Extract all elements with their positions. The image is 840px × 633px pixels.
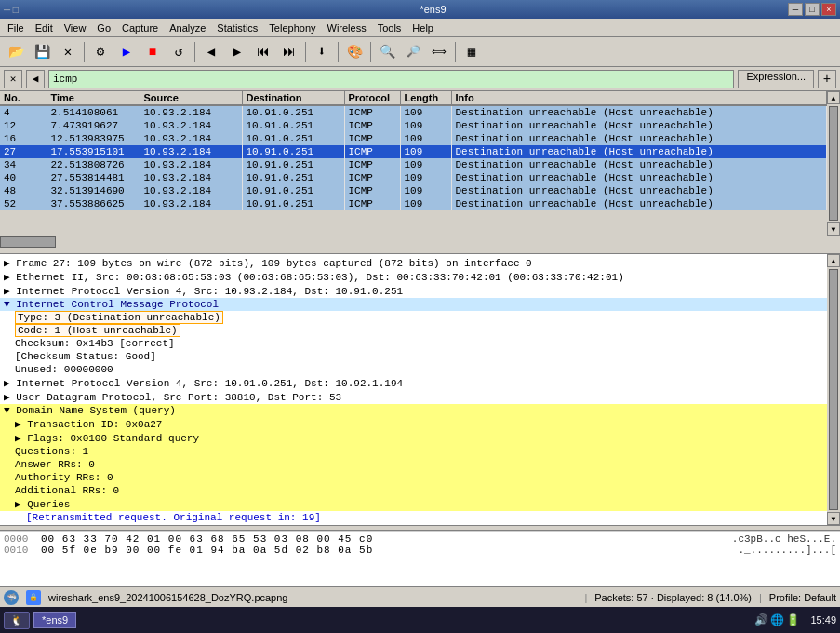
table-row[interactable]: 3422.51380872610.93.2.18410.91.0.251ICMP… — [0, 158, 827, 171]
go-back-button[interactable]: ◀ — [199, 40, 223, 64]
detail-row[interactable]: ▶ Internet Protocol Version 4, Src: 10.9… — [0, 376, 827, 390]
hscroll-thumb[interactable] — [0, 236, 56, 248]
menu-view[interactable]: View — [59, 21, 92, 34]
menu-go[interactable]: Go — [91, 21, 116, 34]
table-row[interactable]: 2717.55391510110.93.2.18410.91.0.251ICMP… — [0, 145, 827, 158]
restart-button[interactable]: ↺ — [167, 40, 191, 64]
cell-7-6: Destination unreachable (Host unreachabl… — [451, 197, 827, 210]
menu-analyze[interactable]: Analyze — [164, 21, 211, 34]
go-last-button[interactable]: ⏭ — [277, 40, 301, 64]
add-filter-button[interactable]: + — [818, 70, 836, 88]
zoom-reset-button[interactable]: ⟺ — [427, 40, 451, 64]
cell-2-4: ICMP — [344, 132, 400, 145]
cell-6-1: 32.513914690 — [47, 184, 140, 197]
detail-scrollbar[interactable]: ▲ ▼ — [827, 254, 840, 525]
col-header-dest: Destination — [242, 91, 344, 105]
options-button[interactable]: ⚙ — [88, 40, 113, 64]
colorize-button[interactable]: 🎨 — [342, 40, 367, 64]
cell-3-2: 10.93.2.184 — [140, 145, 242, 158]
table-row[interactable]: 1612.51398397510.93.2.18410.91.0.251ICMP… — [0, 132, 827, 145]
col-header-no: No. — [0, 91, 47, 105]
close-button[interactable]: × — [821, 3, 836, 16]
menu-wireless[interactable]: Wireless — [322, 21, 372, 34]
filter-input[interactable] — [48, 70, 734, 88]
taskbar-start[interactable]: 🐧 — [4, 612, 30, 629]
taskbar-item-ens9[interactable]: *ens9 — [33, 612, 76, 628]
window-controls[interactable]: ─ □ × — [788, 3, 836, 16]
cell-5-4: ICMP — [344, 171, 400, 184]
go-first-button[interactable]: ⏮ — [251, 40, 275, 64]
save-button[interactable]: 💾 — [30, 40, 54, 64]
start-capture-button[interactable]: ▶ — [114, 40, 139, 64]
cell-7-3: 10.91.0.251 — [242, 197, 344, 210]
cell-4-5: 109 — [400, 158, 451, 171]
table-row[interactable]: 127.47391962710.93.2.18410.91.0.251ICMP1… — [0, 119, 827, 132]
table-row[interactable]: 42.51410806110.93.2.18410.91.0.251ICMP10… — [0, 105, 827, 119]
expression-button[interactable]: Expression... — [738, 70, 814, 88]
scroll-down-button[interactable]: ▼ — [827, 222, 840, 236]
menu-tools[interactable]: Tools — [372, 21, 407, 34]
cell-0-1: 2.514108061 — [47, 105, 140, 119]
cell-4-6: Destination unreachable (Host unreachabl… — [451, 158, 827, 171]
open-button[interactable]: 📂 — [4, 40, 28, 64]
zoom-out-button[interactable]: 🔎 — [401, 40, 425, 64]
detail-row[interactable]: ▶ User Datagram Protocol, Src Port: 3881… — [0, 390, 827, 404]
menu-file[interactable]: File — [2, 21, 30, 34]
cell-0-5: 109 — [400, 105, 451, 119]
detail-scroll-thumb[interactable] — [829, 269, 838, 510]
hex-addr: 0000 — [4, 533, 33, 545]
detail-row[interactable]: ▶ Ethernet II, Src: 00:63:68:65:53:03 (0… — [0, 270, 827, 284]
detail-row: Code: 1 (Host unreachable) — [0, 324, 827, 337]
filter-clear-button[interactable]: ✕ — [4, 70, 22, 88]
maximize-button[interactable]: □ — [805, 3, 820, 16]
cell-4-4: ICMP — [344, 158, 400, 171]
packet-list-scrollbar[interactable]: ▲ ▼ — [827, 91, 840, 236]
detail-row[interactable]: ▶ Internet Protocol Version 4, Src: 10.9… — [0, 284, 827, 298]
taskbar-time: 15:49 — [804, 614, 836, 626]
zoom-in-button[interactable]: 🔍 — [375, 40, 399, 64]
packet-list-hscrollbar[interactable] — [0, 236, 840, 249]
resize-columns-button[interactable]: ▦ — [460, 40, 484, 64]
close-file-button[interactable]: ✕ — [56, 40, 80, 64]
status-icon: 🦈 — [4, 590, 19, 605]
scroll-thumb[interactable] — [829, 106, 838, 221]
menu-edit[interactable]: Edit — [30, 21, 59, 34]
cell-0-6: Destination unreachable (Host unreachabl… — [451, 105, 827, 119]
toolbar-sep-4 — [338, 42, 339, 62]
table-row[interactable]: 4832.51391469010.93.2.18410.91.0.251ICMP… — [0, 184, 827, 197]
filter-bookmark-button[interactable]: ◀ — [26, 70, 45, 88]
cell-0-0: 4 — [0, 105, 47, 119]
hex-row: 000000 63 33 70 42 01 00 63 68 65 53 03 … — [4, 533, 836, 545]
menu-help[interactable]: Help — [407, 21, 439, 34]
minimize-button[interactable]: ─ — [788, 3, 803, 16]
detail-row[interactable]: ▶ Queries — [0, 497, 827, 511]
table-row[interactable]: 5237.55388662510.93.2.18410.91.0.251ICMP… — [0, 197, 827, 210]
tray-network-icon: 🌐 — [770, 613, 784, 626]
hex-ascii: ._.........]...[ — [738, 545, 836, 556]
cell-7-2: 10.93.2.184 — [140, 197, 242, 210]
detail-scroll-up[interactable]: ▲ — [827, 254, 840, 267]
go-forward-button[interactable]: ▶ — [225, 40, 249, 64]
menu-bar: File Edit View Go Capture Analyze Statis… — [0, 19, 840, 37]
cell-0-2: 10.93.2.184 — [140, 105, 242, 119]
detail-row[interactable]: ▶ Frame 27: 109 bytes on wire (872 bits)… — [0, 256, 827, 270]
cell-5-2: 10.93.2.184 — [140, 171, 242, 184]
detail-scroll-down[interactable]: ▼ — [827, 512, 840, 525]
table-row[interactable]: 4027.55381448110.93.2.18410.91.0.251ICMP… — [0, 171, 827, 184]
scroll-up-button[interactable]: ▲ — [827, 91, 840, 104]
cell-1-3: 10.91.0.251 — [242, 119, 344, 132]
menu-statistics[interactable]: Statistics — [211, 21, 263, 34]
detail-row[interactable]: ▶ Transaction ID: 0x0a27 — [0, 417, 827, 431]
menu-telephony[interactable]: Telephony — [263, 21, 321, 34]
cell-4-0: 34 — [0, 158, 47, 171]
cell-6-4: ICMP — [344, 184, 400, 197]
stop-capture-button[interactable]: ■ — [140, 40, 165, 64]
cell-4-3: 10.91.0.251 — [242, 158, 344, 171]
packet-detail[interactable]: ▶ Frame 27: 109 bytes on wire (872 bits)… — [0, 254, 827, 525]
detail-row[interactable]: ▶ Flags: 0x0100 Standard query — [0, 431, 827, 445]
toolbar-sep-6 — [455, 42, 456, 62]
detail-row[interactable]: ▼ Domain Name System (query) — [0, 404, 827, 417]
menu-capture[interactable]: Capture — [116, 21, 164, 34]
detail-row[interactable]: ▼ Internet Control Message Protocol — [0, 298, 827, 311]
autoscroll-button[interactable]: ⬇ — [310, 40, 334, 64]
